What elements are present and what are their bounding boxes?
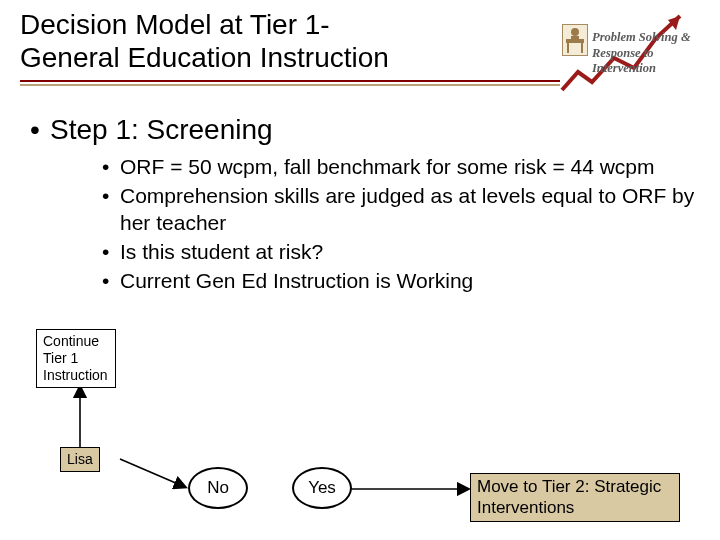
list-item: •Is this student at risk? <box>102 239 700 265</box>
title-underline <box>20 80 560 86</box>
no-text: No <box>207 478 229 498</box>
no-oval: No <box>188 467 248 509</box>
yes-text: Yes <box>308 478 336 498</box>
step-heading: •Step 1: Screening <box>30 114 700 146</box>
content-area: •Step 1: Screening •ORF = 50 wcpm, fall … <box>20 114 700 294</box>
logo: Problem Solving & Response to Interventi… <box>560 8 700 98</box>
continue-box-text: Continue Tier 1 Instruction <box>43 333 108 383</box>
bullet-text: Comprehension skills are judged as at le… <box>120 183 700 236</box>
svg-line-7 <box>120 459 185 487</box>
move-tier2-box: Move to Tier 2: Strategic Interventions <box>470 473 680 522</box>
title-line-2: General Education Instruction <box>20 42 389 73</box>
move-tier2-text: Move to Tier 2: Strategic Interventions <box>477 477 661 517</box>
logo-text-2: Response to Intervention <box>592 46 700 77</box>
bullet-text: Current Gen Ed Instruction is Working <box>120 268 700 294</box>
title-line-1: Decision Model at Tier 1- <box>20 9 330 40</box>
svg-point-1 <box>571 28 579 36</box>
logo-text-1: Problem Solving & <box>592 30 700 46</box>
list-item: •Current Gen Ed Instruction is Working <box>102 268 700 294</box>
list-item: •Comprehension skills are judged as at l… <box>102 183 700 236</box>
svg-rect-3 <box>571 36 579 40</box>
lisa-box-text: Lisa <box>67 451 93 467</box>
person-desk-icon <box>562 24 588 56</box>
bullet-list: •ORF = 50 wcpm, fall benchmark for some … <box>102 154 700 294</box>
yes-oval: Yes <box>292 467 352 509</box>
bullet-text: ORF = 50 wcpm, fall benchmark for some r… <box>120 154 700 180</box>
slide-title: Decision Model at Tier 1- General Educat… <box>20 8 560 74</box>
header: Decision Model at Tier 1- General Educat… <box>20 8 700 98</box>
lisa-box: Lisa <box>60 447 100 472</box>
decision-diagram: Continue Tier 1 Instruction Lisa No Yes … <box>20 327 700 537</box>
continue-box: Continue Tier 1 Instruction <box>36 329 116 388</box>
bullet-text: Is this student at risk? <box>120 239 700 265</box>
step-heading-text: Step 1: Screening <box>50 114 273 145</box>
list-item: •ORF = 50 wcpm, fall benchmark for some … <box>102 154 700 180</box>
